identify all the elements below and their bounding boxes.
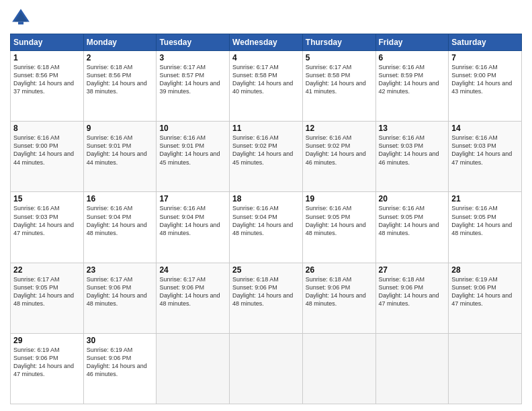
cell-details: Sunrise: 6:16 AMSunset: 9:03 PMDaylight:… <box>13 204 81 237</box>
cell-details: Sunrise: 6:17 AMSunset: 9:06 PMDaylight:… <box>87 275 154 308</box>
calendar-cell: 9Sunrise: 6:16 AMSunset: 9:01 PMDaylight… <box>83 122 157 192</box>
day-number: 29 <box>13 336 81 345</box>
cell-details: Sunrise: 6:17 AMSunset: 9:06 PMDaylight:… <box>159 275 226 308</box>
cell-details: Sunrise: 6:19 AMSunset: 9:06 PMDaylight:… <box>451 275 519 308</box>
cell-details: Sunrise: 6:16 AMSunset: 9:05 PMDaylight:… <box>306 204 373 237</box>
cell-details: Sunrise: 6:17 AMSunset: 8:57 PMDaylight:… <box>159 63 226 96</box>
day-number: 11 <box>232 124 300 133</box>
day-number: 30 <box>87 336 154 345</box>
calendar-cell <box>375 333 449 404</box>
calendar-cell: 1Sunrise: 6:18 AMSunset: 8:56 PMDaylight… <box>11 51 84 122</box>
day-number: 9 <box>87 124 154 133</box>
calendar-cell: 4Sunrise: 6:17 AMSunset: 8:58 PMDaylight… <box>230 51 303 122</box>
day-number: 28 <box>451 265 519 275</box>
calendar-cell: 10Sunrise: 6:16 AMSunset: 9:01 PMDayligh… <box>157 122 230 192</box>
cell-details: Sunrise: 6:17 AMSunset: 9:05 PMDaylight:… <box>13 275 81 308</box>
calendar-cell <box>449 333 522 404</box>
day-number: 14 <box>451 124 519 133</box>
day-number: 26 <box>306 265 373 275</box>
day-number: 18 <box>232 194 300 203</box>
calendar-week-row: 22Sunrise: 6:17 AMSunset: 9:05 PMDayligh… <box>11 263 522 333</box>
col-header-saturday: Saturday <box>449 34 522 51</box>
calendar-cell: 20Sunrise: 6:16 AMSunset: 9:05 PMDayligh… <box>375 192 449 263</box>
calendar-week-row: 8Sunrise: 6:16 AMSunset: 9:00 PMDaylight… <box>11 122 522 192</box>
logo <box>10 7 34 28</box>
calendar-table: SundayMondayTuesdayWednesdayThursdayFrid… <box>10 34 522 404</box>
calendar-cell: 29Sunrise: 6:19 AMSunset: 9:06 PMDayligh… <box>11 333 84 404</box>
day-number: 25 <box>232 265 300 275</box>
day-number: 20 <box>379 194 446 203</box>
cell-details: Sunrise: 6:16 AMSunset: 9:04 PMDaylight:… <box>159 204 226 237</box>
day-number: 2 <box>87 53 154 62</box>
calendar-cell: 26Sunrise: 6:18 AMSunset: 9:06 PMDayligh… <box>302 263 375 333</box>
calendar-cell: 12Sunrise: 6:16 AMSunset: 9:02 PMDayligh… <box>302 122 375 192</box>
col-header-friday: Friday <box>375 34 449 51</box>
cell-details: Sunrise: 6:19 AMSunset: 9:06 PMDaylight:… <box>13 346 81 379</box>
calendar-cell: 25Sunrise: 6:18 AMSunset: 9:06 PMDayligh… <box>230 263 303 333</box>
cell-details: Sunrise: 6:18 AMSunset: 9:06 PMDaylight:… <box>232 275 300 308</box>
day-number: 23 <box>87 265 154 275</box>
cell-details: Sunrise: 6:19 AMSunset: 9:06 PMDaylight:… <box>87 346 154 379</box>
day-number: 24 <box>159 265 226 275</box>
day-number: 22 <box>13 265 81 275</box>
day-number: 13 <box>379 124 446 133</box>
cell-details: Sunrise: 6:17 AMSunset: 8:58 PMDaylight:… <box>306 63 373 96</box>
calendar-cell: 2Sunrise: 6:18 AMSunset: 8:56 PMDaylight… <box>83 51 157 122</box>
day-number: 19 <box>306 194 373 203</box>
cell-details: Sunrise: 6:16 AMSunset: 9:05 PMDaylight:… <box>379 204 446 237</box>
col-header-sunday: Sunday <box>11 34 84 51</box>
day-number: 17 <box>159 194 226 203</box>
cell-details: Sunrise: 6:18 AMSunset: 8:56 PMDaylight:… <box>13 63 81 96</box>
cell-details: Sunrise: 6:16 AMSunset: 9:02 PMDaylight:… <box>306 134 373 167</box>
calendar-cell <box>302 333 375 404</box>
header <box>10 7 522 28</box>
cell-details: Sunrise: 6:16 AMSunset: 9:03 PMDaylight:… <box>451 134 519 167</box>
svg-rect-2 <box>18 21 24 24</box>
cell-details: Sunrise: 6:18 AMSunset: 9:06 PMDaylight:… <box>379 275 446 308</box>
calendar-week-row: 1Sunrise: 6:18 AMSunset: 8:56 PMDaylight… <box>11 51 522 122</box>
logo-icon <box>10 7 32 28</box>
calendar-cell <box>230 333 303 404</box>
col-header-tuesday: Tuesday <box>157 34 230 51</box>
calendar-cell: 15Sunrise: 6:16 AMSunset: 9:03 PMDayligh… <box>11 192 84 263</box>
cell-details: Sunrise: 6:16 AMSunset: 9:01 PMDaylight:… <box>159 134 226 167</box>
calendar-cell: 5Sunrise: 6:17 AMSunset: 8:58 PMDaylight… <box>302 51 375 122</box>
calendar-cell <box>157 333 230 404</box>
calendar-cell: 30Sunrise: 6:19 AMSunset: 9:06 PMDayligh… <box>83 333 157 404</box>
day-number: 6 <box>379 53 446 62</box>
cell-details: Sunrise: 6:16 AMSunset: 8:59 PMDaylight:… <box>379 63 446 96</box>
calendar-cell: 13Sunrise: 6:16 AMSunset: 9:03 PMDayligh… <box>375 122 449 192</box>
col-header-thursday: Thursday <box>302 34 375 51</box>
calendar-cell: 22Sunrise: 6:17 AMSunset: 9:05 PMDayligh… <box>11 263 84 333</box>
day-number: 5 <box>306 53 373 62</box>
col-header-wednesday: Wednesday <box>230 34 303 51</box>
calendar-cell: 18Sunrise: 6:16 AMSunset: 9:04 PMDayligh… <box>230 192 303 263</box>
col-header-monday: Monday <box>83 34 157 51</box>
calendar-cell: 24Sunrise: 6:17 AMSunset: 9:06 PMDayligh… <box>157 263 230 333</box>
day-number: 27 <box>379 265 446 275</box>
day-number: 8 <box>13 124 81 133</box>
calendar-cell: 27Sunrise: 6:18 AMSunset: 9:06 PMDayligh… <box>375 263 449 333</box>
cell-details: Sunrise: 6:16 AMSunset: 9:04 PMDaylight:… <box>232 204 300 237</box>
day-number: 3 <box>159 53 226 62</box>
day-number: 7 <box>451 53 519 62</box>
calendar-cell: 17Sunrise: 6:16 AMSunset: 9:04 PMDayligh… <box>157 192 230 263</box>
calendar-week-row: 29Sunrise: 6:19 AMSunset: 9:06 PMDayligh… <box>11 333 522 404</box>
calendar-header-row: SundayMondayTuesdayWednesdayThursdayFrid… <box>11 34 522 51</box>
calendar-cell: 3Sunrise: 6:17 AMSunset: 8:57 PMDaylight… <box>157 51 230 122</box>
calendar-week-row: 15Sunrise: 6:16 AMSunset: 9:03 PMDayligh… <box>11 192 522 263</box>
day-number: 1 <box>13 53 81 62</box>
calendar-cell: 23Sunrise: 6:17 AMSunset: 9:06 PMDayligh… <box>83 263 157 333</box>
calendar-cell: 6Sunrise: 6:16 AMSunset: 8:59 PMDaylight… <box>375 51 449 122</box>
cell-details: Sunrise: 6:16 AMSunset: 9:00 PMDaylight:… <box>451 63 519 96</box>
calendar-cell: 11Sunrise: 6:16 AMSunset: 9:02 PMDayligh… <box>230 122 303 192</box>
calendar-cell: 14Sunrise: 6:16 AMSunset: 9:03 PMDayligh… <box>449 122 522 192</box>
calendar-cell: 8Sunrise: 6:16 AMSunset: 9:00 PMDaylight… <box>11 122 84 192</box>
cell-details: Sunrise: 6:18 AMSunset: 9:06 PMDaylight:… <box>306 275 373 308</box>
day-number: 21 <box>451 194 519 203</box>
page: SundayMondayTuesdayWednesdayThursdayFrid… <box>0 0 532 411</box>
day-number: 10 <box>159 124 226 133</box>
day-number: 15 <box>13 194 81 203</box>
calendar-cell: 7Sunrise: 6:16 AMSunset: 9:00 PMDaylight… <box>449 51 522 122</box>
cell-details: Sunrise: 6:16 AMSunset: 9:05 PMDaylight:… <box>451 204 519 237</box>
